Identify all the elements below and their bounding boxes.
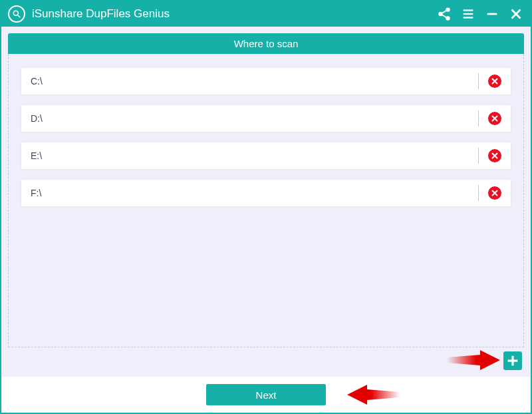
list-item: C:\ [21, 67, 511, 95]
divider [478, 73, 479, 89]
titlebar: iSunshare DupFiles Genius [1, 1, 531, 27]
list-item: F:\ [21, 179, 511, 207]
share-icon[interactable] [432, 2, 456, 26]
remove-path-button[interactable] [488, 75, 501, 88]
app-logo [8, 5, 25, 23]
section-header: Where to scan [8, 33, 524, 54]
next-button[interactable]: Next [206, 384, 326, 405]
list-item: D:\ [21, 104, 511, 132]
annotation-arrow [347, 385, 400, 405]
path-label: E:\ [31, 150, 469, 161]
divider [478, 110, 479, 126]
path-label: F:\ [31, 188, 469, 198]
body-area: Where to scan C:\ D:\ [1, 27, 531, 377]
list-item: E:\ [21, 142, 511, 170]
divider [478, 185, 479, 201]
app-window: iSunshare DupFiles Genius [0, 0, 532, 414]
svg-marker-24 [347, 385, 400, 405]
divider [478, 148, 479, 164]
close-icon[interactable] [504, 2, 528, 26]
minimize-icon[interactable] [480, 2, 504, 26]
remove-path-button[interactable] [488, 186, 501, 200]
titlebar-actions [432, 2, 528, 26]
app-title: iSunshare DupFiles Genius [32, 7, 432, 21]
svg-line-1 [18, 15, 21, 18]
footer: Next [1, 377, 531, 413]
scan-locations-panel: C:\ D:\ E:\ [8, 54, 524, 347]
remove-path-button[interactable] [488, 149, 501, 162]
svg-line-5 [442, 11, 446, 14]
path-label: C:\ [31, 76, 469, 87]
menu-icon[interactable] [456, 2, 480, 26]
add-path-button[interactable] [503, 351, 522, 370]
path-label: D:\ [31, 113, 469, 124]
svg-point-0 [13, 11, 18, 15]
svg-line-6 [442, 15, 446, 18]
remove-path-button[interactable] [488, 112, 501, 125]
